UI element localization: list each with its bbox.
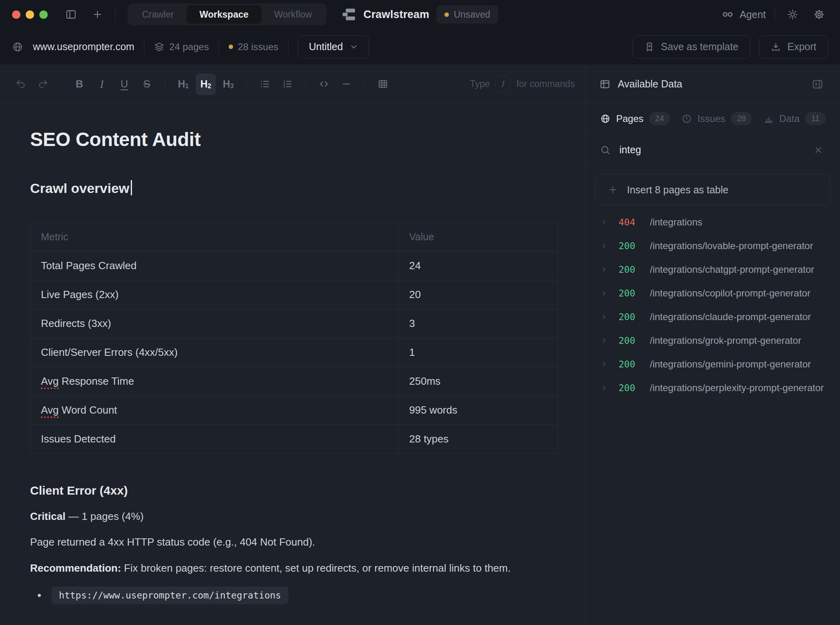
redo-button[interactable] [33,73,53,95]
table-row[interactable]: Redirects (3xx)3 [30,309,558,338]
panel-tab-pages[interactable]: Pages24 [600,112,670,125]
value-cell[interactable]: 995 words [399,396,558,424]
metric-cell[interactable]: Redirects (3xx) [30,309,399,338]
table-icon [377,79,388,89]
page-path: /integrations [650,217,702,228]
export-button[interactable]: Export [759,35,828,59]
collapse-panel-button[interactable] [809,75,826,93]
heading2-button[interactable]: H2 [196,73,216,95]
table-row[interactable]: Total Pages Crawled24 [30,251,558,280]
page-results-list: 404/integrations200/integrations/lovable… [586,205,840,400]
table-row[interactable]: Client/Server Errors (4xx/5xx)1 [30,338,558,367]
metric-cell[interactable]: Client/Server Errors (4xx/5xx) [30,338,399,367]
site-url[interactable]: www.useprompter.com [33,41,134,53]
value-cell[interactable]: 1 [399,338,558,367]
document-heading[interactable]: SEO Content Audit [30,128,555,150]
value-cell[interactable]: 20 [399,280,558,309]
agent-button[interactable]: Agent [721,8,766,21]
recommendation-line[interactable]: Recommendation: Fix broken pages: restor… [30,560,534,576]
undo-button[interactable] [10,73,30,95]
panel-tab-label: Issues [698,113,725,124]
metric-cell[interactable]: Avg Response Time [30,367,399,396]
chevron-right-icon [600,266,608,274]
main-tab-workspace[interactable]: Workspace [187,5,261,24]
page-result-row[interactable]: 200/integrations/gemini-prompt-generator [600,352,840,376]
close-icon [814,145,823,155]
settings-button[interactable] [810,6,828,23]
value-cell[interactable]: 3 [399,309,558,338]
page-result-row[interactable]: 200/integrations/chatgpt-prompt-generato… [600,258,840,281]
page-result-row[interactable]: 200/integrations/copilot-prompt-generato… [600,281,840,305]
page-result-row[interactable]: 404/integrations [600,210,840,234]
new-tab-button[interactable] [89,6,106,23]
divider [288,40,288,54]
close-window-button[interactable] [12,10,20,19]
insert-pages-as-table-button[interactable]: Insert 8 pages as table [595,174,830,205]
theme-toggle-button[interactable] [784,6,801,23]
insert-table-button[interactable] [373,73,393,95]
page-result-row[interactable]: 200/integrations/claude-prompt-generator [600,305,840,329]
value-cell[interactable]: 250ms [399,367,558,396]
panel-tabs: Pages24Issues28Data11 [586,103,840,134]
metric-cell[interactable]: Total Pages Crawled [30,251,399,280]
metrics-table[interactable]: MetricValue Total Pages Crawled24Live Pa… [30,222,558,454]
table-row[interactable]: Issues Detected28 types [30,424,558,453]
panel-tab-data[interactable]: Data11 [763,112,826,125]
save-as-template-button[interactable]: Save as template [633,35,750,59]
table-row[interactable]: Live Pages (2xx)20 [30,280,558,309]
slash-keycap: / [495,76,511,93]
divider [305,77,306,91]
http-status-code: 200 [619,312,641,322]
globe-icon [12,41,23,53]
zoom-window-button[interactable] [39,10,48,19]
sidebar-toggle-button[interactable] [62,6,80,23]
url-code-chip[interactable]: https://www.useprompter.com/integrations [52,586,288,604]
horizontal-rule-button[interactable] [336,73,356,95]
bullet-icon: • [37,589,41,602]
bold-button[interactable]: B [69,73,89,95]
page-result-row[interactable]: 200/integrations/grok-prompt-generator [600,329,840,352]
panel-right-collapse-icon [812,78,824,90]
http-status-code: 200 [619,264,641,275]
document-canvas[interactable]: SEO Content Audit Crawl overview MetricV… [0,103,585,625]
minimize-window-button[interactable] [26,10,34,19]
panel-tab-issues[interactable]: Issues28 [682,112,752,125]
section-heading[interactable]: Client Error (4xx) [30,483,555,498]
page-path: /integrations/claude-prompt-generator [650,311,811,323]
ordered-list-button[interactable]: 123 [277,73,297,95]
crawlstream-logo-icon [342,8,356,21]
italic-button[interactable]: I [92,73,112,95]
underline-button[interactable]: U [114,73,134,95]
strikethrough-button[interactable]: S [137,73,157,95]
document-title-dropdown[interactable]: Untitled [298,35,369,59]
page-result-row[interactable]: 200/integrations/lovable-prompt-generato… [600,234,840,258]
divider [364,77,365,91]
issue-description[interactable]: Page returned a 4xx HTTP status code (e.… [30,534,555,550]
infinity-icon [721,8,734,21]
metric-cell[interactable]: Avg Word Count [30,396,399,424]
table-row[interactable]: Avg Word Count995 words [30,396,558,424]
heading3-button[interactable]: H3 [218,73,238,95]
clear-search-button[interactable] [811,143,826,157]
main-tab-workflow[interactable]: Workflow [262,5,325,24]
heading1-button[interactable]: H1 [173,73,193,95]
table-header-value: Value [399,222,558,251]
document-subheading[interactable]: Crawl overview [30,180,555,197]
metric-cell[interactable]: Issues Detected [30,424,399,453]
table-row[interactable]: Avg Response Time250ms [30,367,558,396]
app-name: Crawlstream [363,8,429,21]
search-input[interactable] [619,144,802,156]
metric-cell[interactable]: Live Pages (2xx) [30,280,399,309]
divider [219,40,219,54]
bullet-list-button[interactable] [255,73,275,95]
main-tab-crawler[interactable]: Crawler [129,5,187,24]
value-cell[interactable]: 24 [399,251,558,280]
page-result-row[interactable]: 200/integrations/perplexity-prompt-gener… [600,376,840,400]
globe-icon [600,114,611,124]
value-cell[interactable]: 28 types [399,424,558,453]
url-list-item[interactable]: • https://www.useprompter.com/integratio… [30,586,555,604]
severity-line[interactable]: Critical — 1 pages (4%) [30,508,555,524]
slash-command-hint: Type / for commands [470,76,575,93]
panel-tab-count-badge: 28 [731,112,752,125]
code-block-button[interactable] [314,73,334,95]
